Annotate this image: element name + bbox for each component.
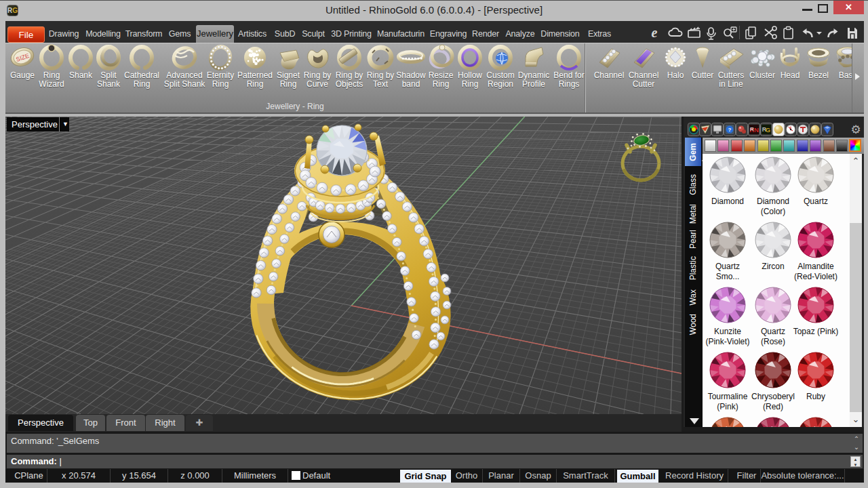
svg-text:G: G [766,127,770,134]
svg-text:e: e [652,25,658,40]
svg-text:?: ? [728,127,732,133]
svg-text:R: R [750,126,754,132]
